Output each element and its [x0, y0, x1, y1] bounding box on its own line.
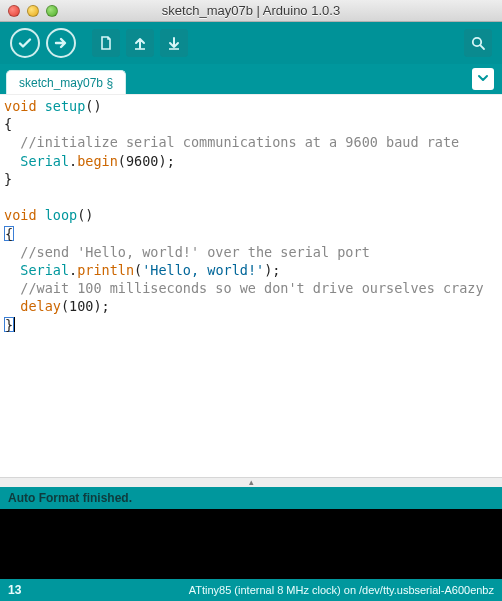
code-token: loop — [45, 207, 78, 223]
code-token: ) — [158, 153, 166, 169]
code-token: . — [69, 153, 77, 169]
code-token: ( — [118, 153, 126, 169]
arrow-right-icon — [53, 35, 69, 51]
code-token: setup — [45, 98, 86, 114]
minimize-window-button[interactable] — [27, 5, 39, 17]
tab-label: sketch_may07b § — [19, 76, 113, 90]
titlebar: sketch_may07b | Arduino 1.0.3 — [0, 0, 502, 22]
code-string: 'Hello, world!' — [142, 262, 264, 278]
tab-bar: sketch_may07b § — [0, 64, 502, 94]
serial-monitor-button[interactable] — [464, 29, 492, 57]
line-number-indicator: 13 — [8, 583, 21, 597]
code-token: ; — [102, 298, 110, 314]
chevron-down-icon — [477, 70, 489, 88]
code-token: void — [4, 98, 37, 114]
code-token: begin — [77, 153, 118, 169]
status-bar: Auto Format finished. — [0, 487, 502, 509]
save-sketch-button[interactable] — [160, 29, 188, 57]
upload-button[interactable] — [46, 28, 76, 58]
output-console[interactable] — [0, 509, 502, 579]
arrow-up-icon — [132, 35, 148, 51]
code-editor[interactable]: void setup() { //initialize serial commu… — [0, 94, 502, 477]
code-token: } — [5, 317, 13, 333]
code-token: delay — [20, 298, 61, 314]
window-controls — [8, 5, 58, 17]
code-token: . — [69, 262, 77, 278]
verify-button[interactable] — [10, 28, 40, 58]
code-token: println — [77, 262, 134, 278]
code-token: () — [85, 98, 101, 114]
code-token: ; — [167, 153, 175, 169]
code-token: ; — [272, 262, 280, 278]
code-token: ( — [134, 262, 142, 278]
check-icon — [17, 35, 33, 51]
magnifier-icon — [470, 35, 486, 51]
code-token: ) — [93, 298, 101, 314]
status-message: Auto Format finished. — [8, 491, 132, 505]
code-comment: //send 'Hello, world!' over the serial p… — [20, 244, 370, 260]
code-token: } — [4, 171, 12, 187]
tab-menu-button[interactable] — [472, 68, 494, 90]
board-port-indicator: ATtiny85 (internal 8 MHz clock) on /dev/… — [189, 584, 494, 596]
tab-sketch[interactable]: sketch_may07b § — [6, 70, 126, 94]
new-sketch-button[interactable] — [92, 29, 120, 57]
code-token: () — [77, 207, 93, 223]
footer-bar: 13 ATtiny85 (internal 8 MHz clock) on /d… — [0, 579, 502, 601]
window-title: sketch_may07b | Arduino 1.0.3 — [0, 3, 502, 18]
text-caret — [14, 317, 15, 332]
open-sketch-button[interactable] — [126, 29, 154, 57]
code-token: 100 — [69, 298, 93, 314]
splitter-handle[interactable]: ▴ — [0, 477, 502, 487]
file-icon — [98, 35, 114, 51]
arrow-down-icon — [166, 35, 182, 51]
zoom-window-button[interactable] — [46, 5, 58, 17]
code-token: Serial — [20, 262, 69, 278]
code-token: ( — [61, 298, 69, 314]
code-token: Serial — [20, 153, 69, 169]
code-token: 9600 — [126, 153, 159, 169]
code-token: void — [4, 207, 37, 223]
close-window-button[interactable] — [8, 5, 20, 17]
bracket-match-highlight: } — [4, 317, 14, 332]
bracket-match-highlight: { — [4, 226, 14, 241]
code-token: { — [4, 116, 12, 132]
code-comment: //initialize serial communications at a … — [20, 134, 459, 150]
code-comment: //wait 100 milliseconds so we don't driv… — [20, 280, 483, 296]
toolbar — [0, 22, 502, 64]
code-token: { — [5, 226, 13, 242]
